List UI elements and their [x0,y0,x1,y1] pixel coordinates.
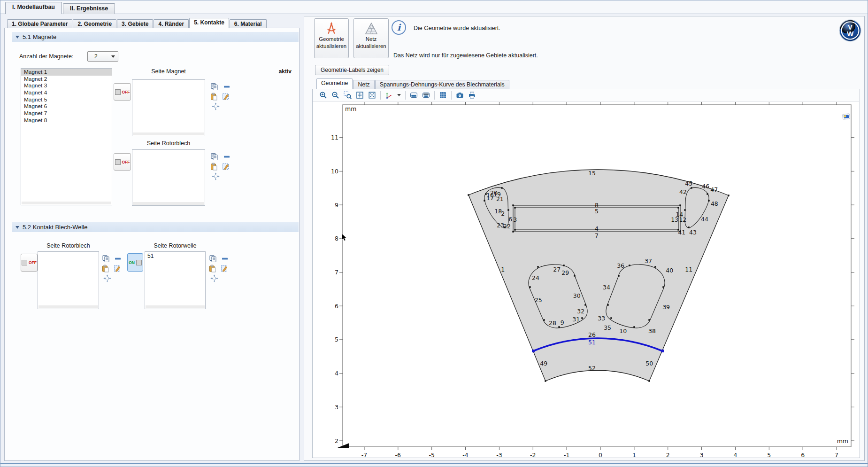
section-header-magnete[interactable]: 5.1 Magnete [12,32,299,42]
magnet-list-item-5[interactable]: Magnet 5 [21,96,112,103]
edge-label-11: 11 [685,266,692,273]
paste-icon[interactable] [210,93,218,101]
window-tab-1[interactable]: I. Modellaufbau [5,2,62,14]
paste-icon[interactable] [101,265,109,272]
snapshot-icon[interactable] [456,91,464,99]
window-tabs: I. ModellaufbauII. Ergebnisse [5,2,116,14]
window-tab-2[interactable]: II. Ergebnisse [63,3,115,14]
update-geometry-button[interactable]: Geometrie aktualisieren [314,18,349,58]
paste-icon[interactable] [210,163,218,171]
magnet-list-item-6[interactable]: Magnet 6 [21,103,112,110]
aktiv-column-label: aktiv [259,68,292,75]
magnet-count-select[interactable]: 2 [87,51,118,62]
reset-view-icon[interactable] [368,91,376,99]
chevron-down-icon[interactable] [397,94,401,96]
graphics-tab-2[interactable]: Netz [353,80,374,89]
y-tick-label: 11 [331,134,338,141]
kontakt-rotorblech-toggle[interactable]: OFF [21,254,38,272]
clear-selection-icon[interactable] [220,265,228,272]
compass-icon [324,22,338,36]
grid-icon[interactable] [439,91,447,99]
button-label: Geometrie aktualisieren [315,36,348,50]
section-title: 5.2 Kontakt Blech-Welle [23,224,88,231]
magnet-list-item-3[interactable]: Magnet 3 [21,82,112,89]
zoom-in-icon[interactable] [319,91,327,99]
zoom-to-selection-icon[interactable] [212,102,220,110]
zoom-to-selection-icon[interactable] [210,274,218,282]
vw-logo: V W [839,19,861,44]
edge-label-52: 52 [588,365,596,372]
x-tick-label: -5 [429,451,434,458]
magnet-list-item-7[interactable]: Magnet 7 [21,110,112,117]
kontakt-rotorwelle-toggle[interactable]: ON [127,253,143,272]
graphics-tab-3[interactable]: Spannungs-Dehnungs-Kurve des Blechmateri… [375,80,509,89]
mesh-icon [364,22,378,36]
setup-tab-3[interactable]: 3. Gebiete [117,19,153,28]
update-mesh-button[interactable]: Netz aktualisieren [353,18,389,58]
seite-magnet-selection-box[interactable] [132,79,205,136]
toolbar-separator [451,91,452,100]
setup-tab-4[interactable]: 4. Ränder [154,19,189,28]
setup-tab-2[interactable]: 2. Geometrie [73,19,116,28]
edge-label-3: 3 [513,216,517,223]
axis-orientation-icon[interactable] [385,91,393,99]
toggle-slider [115,89,121,95]
remove-icon[interactable] [223,153,231,161]
y-tick-label: 3 [335,404,338,411]
kontakt-rotorblech-selection-box[interactable] [38,251,99,309]
copy-icon[interactable] [209,255,217,263]
copy-icon[interactable] [210,83,218,91]
magnet-list-item-2[interactable]: Magnet 2 [21,76,112,83]
top-tab-divider [0,14,868,14]
copy-image-icon[interactable] [410,91,418,99]
x-tick-label: 3 [700,451,704,458]
magnet-list-item-8[interactable]: Magnet 8 [21,117,112,124]
selection-item-51[interactable]: 51 [145,252,205,260]
copy-icon[interactable] [102,255,110,263]
setup-tab-5[interactable]: 5. Kontakte [189,18,229,28]
model-setup-tabs: 1. Globale Parameter2. Geometrie3. Gebie… [7,18,267,28]
setup-tab-6[interactable]: 6. Material [230,19,267,28]
edge-label-43: 43 [689,229,697,236]
copy-icon[interactable] [210,153,218,161]
edge-label-15: 15 [588,170,596,177]
seite-rotorblech-toggle[interactable]: OFF [114,153,131,171]
button-label: Netz aktualisieren [354,36,388,50]
zoom-extents-icon[interactable] [356,91,364,99]
magnet-list[interactable]: Magnet 1Magnet 2Magnet 3Magnet 4Magnet 5… [21,68,112,205]
edge-label-36: 36 [617,262,624,269]
x-tick-label: 6 [801,451,805,458]
seite-rotorblech-selection-box[interactable] [132,149,205,206]
geometry-plot[interactable]: -7-6-5-4-3-2-101234567234567891011 15454… [324,101,860,458]
edge-label-42: 42 [679,188,687,195]
clear-selection-icon[interactable] [222,93,230,101]
remove-icon[interactable] [114,255,122,263]
graphics-tab-1[interactable]: Geometrie [316,78,353,89]
remove-icon[interactable] [221,255,229,263]
graphics-toolbar [313,89,859,101]
zoom-to-selection-icon[interactable] [212,172,220,180]
edge-label-44: 44 [701,216,708,223]
kontakt-rotorblech-title: Seite Rotorblech [38,242,99,249]
remove-icon[interactable] [223,83,231,91]
show-geometry-labels-button[interactable]: Geometrie-Labels zeigen [315,65,389,75]
clear-selection-icon[interactable] [222,163,230,171]
clear-selection-icon[interactable] [113,265,121,272]
edge-label-21: 21 [496,195,504,202]
print-icon[interactable] [468,91,476,99]
edge-label-35: 35 [604,324,611,331]
kontakt-rotorwelle-selection-box[interactable]: 51 [145,251,206,309]
section-header-kontakt[interactable]: 5.2 Kontakt Blech-Welle [12,222,299,232]
setup-tab-1[interactable]: 1. Globale Parameter [7,19,72,28]
export-image-icon[interactable] [422,91,430,99]
plot-corner-icon[interactable] [842,113,851,122]
window-bottom-edge [0,463,868,464]
seite-magnet-toggle[interactable]: OFF [114,83,131,101]
zoom-to-selection-icon[interactable] [103,274,111,282]
svg-text:W: W [847,30,854,38]
zoom-selected-icon[interactable] [344,91,352,99]
paste-icon[interactable] [208,265,216,272]
magnet-list-item-1[interactable]: Magnet 1 [21,69,112,76]
magnet-list-item-4[interactable]: Magnet 4 [21,89,112,96]
zoom-out-icon[interactable] [331,91,339,99]
